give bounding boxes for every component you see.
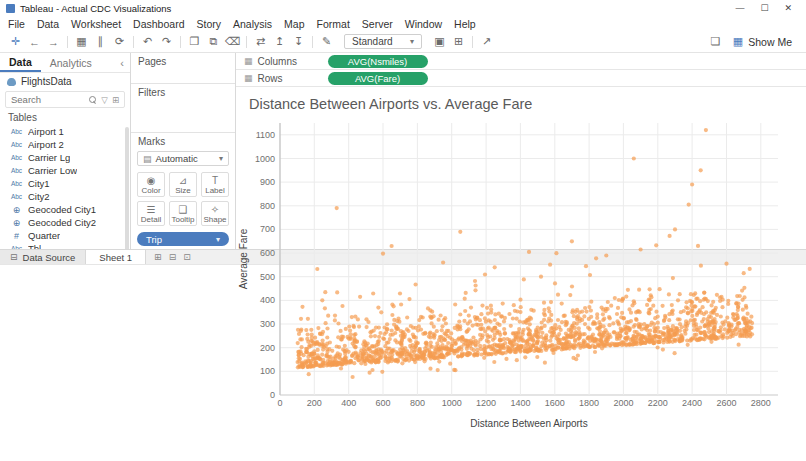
close-button[interactable]: ✕ xyxy=(784,3,792,13)
collapse-pane-icon[interactable]: ‹ xyxy=(114,57,130,69)
undo-icon[interactable]: ↶ xyxy=(138,35,157,48)
svg-text:1000: 1000 xyxy=(442,398,462,408)
menubar: FileDataWorksheetDashboardStoryAnalysisM… xyxy=(0,16,806,31)
new-story-button[interactable]: ⊡ xyxy=(183,252,191,262)
pill-avg-nsmiles[interactable]: AVG(Nsmiles) xyxy=(328,55,428,68)
size-label: Size xyxy=(175,186,191,195)
share-icon[interactable]: ↗ xyxy=(477,35,496,48)
datasource-item[interactable]: FlightsData xyxy=(0,73,130,90)
rows-shelf[interactable]: ▦ Rows AVG(Fare) xyxy=(236,70,806,87)
field-geocoded-city2[interactable]: ⊕Geocoded City2 xyxy=(0,216,130,229)
maximize-button[interactable]: ☐ xyxy=(760,3,768,13)
filters-label: Filters xyxy=(131,84,235,100)
tab-data[interactable]: Data xyxy=(0,53,41,72)
toolbar-divider xyxy=(246,36,247,48)
filters-card[interactable]: Filters xyxy=(131,84,235,133)
toolbar: ✛←→▦∥⟳↶↷❐⧉⌫⇄↥↧✎ Standard ▾ ▣⊞↗ ❏ ▦ Show … xyxy=(0,31,806,53)
color-button[interactable]: ◉Color xyxy=(137,172,165,197)
menu-item-story[interactable]: Story xyxy=(190,18,227,30)
chevron-down-icon: ▾ xyxy=(216,235,220,244)
menu-item-analysis[interactable]: Analysis xyxy=(227,18,278,30)
new-data-source-icon[interactable]: ▦ xyxy=(72,35,91,48)
menu-item-data[interactable]: Data xyxy=(31,18,65,30)
pages-card[interactable]: Pages xyxy=(131,53,235,84)
field-geocoded-city1[interactable]: ⊕Geocoded City1 xyxy=(0,203,130,216)
search-icon[interactable] xyxy=(89,96,97,104)
show-me-button[interactable]: ▦ Show Me xyxy=(725,33,800,50)
fit-mode-select[interactable]: Standard ▾ xyxy=(344,34,422,49)
label-button[interactable]: TLabel xyxy=(201,172,229,197)
start-page-icon[interactable]: ✛ xyxy=(6,35,25,48)
data-source-tab-label: Data Source xyxy=(23,252,76,263)
new-dashboard-button[interactable]: ⊟ xyxy=(169,252,177,262)
menu-item-worksheet[interactable]: Worksheet xyxy=(65,18,127,30)
menu-item-file[interactable]: File xyxy=(2,18,31,30)
shape-button[interactable]: ✧Shape xyxy=(201,201,229,226)
toolbar-divider xyxy=(133,36,134,48)
pause-updates-icon[interactable]: ∥ xyxy=(91,35,110,48)
tab-analytics[interactable]: Analytics xyxy=(41,53,101,72)
presentation-mode-icon[interactable]: ❏ xyxy=(706,35,725,48)
filter-fields-icon[interactable]: ▽ xyxy=(101,95,108,105)
pill-trip[interactable]: Trip ▾ xyxy=(137,232,229,246)
field-list: AbcAirport 1AbcAirport 2AbcCarrier LgAbc… xyxy=(0,125,130,249)
view-options-icon[interactable]: ⊞ xyxy=(112,95,119,105)
pill-avg-fare[interactable]: AVG(Fare) xyxy=(328,72,428,85)
columns-shelf[interactable]: ▦ Columns AVG(Nsmiles) xyxy=(236,53,806,70)
field-carrier-low[interactable]: AbcCarrier Low xyxy=(0,164,130,177)
tableau-window: Tableau - Actual CDC Visualizations —☐✕ … xyxy=(0,0,806,461)
svg-text:1600: 1600 xyxy=(545,398,565,408)
sort-descending-icon[interactable]: ↧ xyxy=(289,35,308,48)
globe-icon: ⊕ xyxy=(8,205,25,215)
size-button[interactable]: ⊿Size xyxy=(169,172,197,197)
new-worksheet-button[interactable]: ⊞ xyxy=(154,252,162,262)
fields-scrollbar[interactable] xyxy=(124,125,130,249)
color-icon: ◉ xyxy=(147,175,156,186)
field-airport-2[interactable]: AbcAirport 2 xyxy=(0,138,130,151)
text-field-icon: Abc xyxy=(8,128,25,135)
menu-item-help[interactable]: Help xyxy=(448,18,482,30)
detail-button[interactable]: ☰Detail xyxy=(137,201,165,226)
menu-item-window[interactable]: Window xyxy=(399,18,448,30)
menu-item-server[interactable]: Server xyxy=(356,18,399,30)
field-tbl[interactable]: AbcTbl xyxy=(0,242,130,249)
clear-sheet-icon[interactable]: ⌫ xyxy=(223,35,242,48)
duplicate-icon[interactable]: ⧉ xyxy=(204,35,223,48)
back-icon[interactable]: ← xyxy=(25,36,44,48)
svg-text:Distance Between Airports: Distance Between Airports xyxy=(470,418,587,429)
svg-text:2600: 2600 xyxy=(716,398,736,408)
datasource-name: FlightsData xyxy=(21,76,72,87)
sheet-area: ▦ Columns AVG(Nsmiles) ▦ Rows AVG(Fare) … xyxy=(236,53,806,249)
swap-rows-columns-icon[interactable]: ⇄ xyxy=(251,35,270,48)
sheet-tab-sheet-1[interactable]: Sheet 1 xyxy=(86,250,146,264)
forward-icon[interactable]: → xyxy=(44,36,63,48)
run-updates-icon[interactable]: ⟳ xyxy=(110,35,129,48)
field-carrier-lg[interactable]: AbcCarrier Lg xyxy=(0,151,130,164)
sort-ascending-icon[interactable]: ↥ xyxy=(270,35,289,48)
mark-type-select[interactable]: ▤ Automatic ▾ xyxy=(137,151,229,166)
highlight-icon[interactable]: ✎ xyxy=(317,35,336,48)
field-airport-1[interactable]: AbcAirport 1 xyxy=(0,125,130,138)
tooltip-button[interactable]: ❑Tooltip xyxy=(169,201,197,226)
show-me-icon: ▦ xyxy=(733,35,743,48)
pill-trip-label: Trip xyxy=(146,234,162,245)
menu-item-format[interactable]: Format xyxy=(311,18,356,30)
field-quarter[interactable]: #Quarter xyxy=(0,229,130,242)
redo-icon[interactable]: ↷ xyxy=(157,35,176,48)
detail-label: Detail xyxy=(141,215,161,224)
svg-text:700: 700 xyxy=(260,224,275,234)
show-mark-labels-icon[interactable]: ▣ xyxy=(430,35,449,48)
scatter-plot[interactable]: 0100200300400500600700800900100011000200… xyxy=(236,113,792,431)
menu-item-dashboard[interactable]: Dashboard xyxy=(127,18,190,30)
new-worksheet-icon[interactable]: ❐ xyxy=(185,35,204,48)
fit-axes-icon[interactable]: ⊞ xyxy=(449,35,468,48)
search-input[interactable] xyxy=(11,94,85,105)
field-city2[interactable]: AbcCity2 xyxy=(0,190,130,203)
data-source-icon: ⊟ xyxy=(10,252,18,262)
marks-label: Marks xyxy=(131,133,235,149)
data-source-tab[interactable]: ⊟ Data Source xyxy=(0,250,86,264)
field-city1[interactable]: AbcCity1 xyxy=(0,177,130,190)
scrollbar-thumb[interactable] xyxy=(125,127,129,249)
minimize-button[interactable]: — xyxy=(735,3,744,13)
menu-item-map[interactable]: Map xyxy=(278,18,310,30)
